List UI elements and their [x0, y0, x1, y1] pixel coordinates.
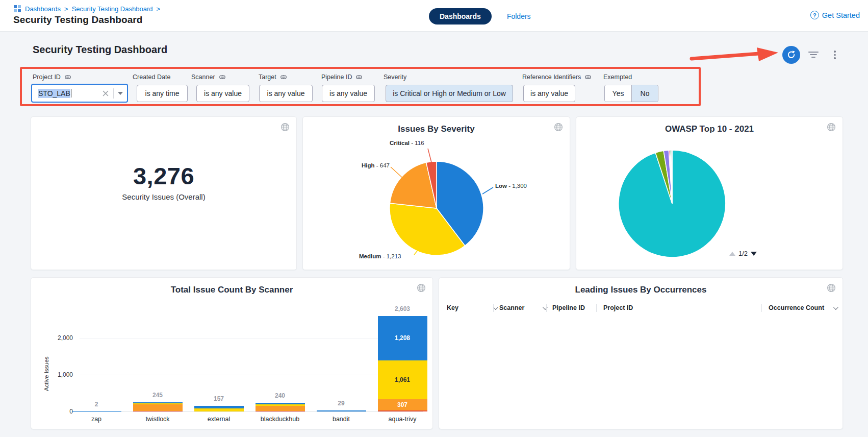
bar-segment-bandit[interactable] [317, 410, 366, 411]
bar-segment-blackduckhub[interactable] [256, 403, 305, 404]
get-started-link[interactable]: ? Get Started [810, 11, 860, 19]
owasp-pagination: 1/2 [729, 250, 757, 257]
bar-segment-twistlock[interactable] [133, 403, 183, 404]
tab-folders[interactable]: Folders [507, 12, 531, 20]
filter-chip-target[interactable]: is any value [259, 85, 313, 102]
column-separator [493, 304, 494, 312]
exempted-yes-option[interactable]: Yes [605, 85, 631, 102]
bar-segment-blackduckhub[interactable] [256, 411, 305, 411]
bar-total-label: 245 [133, 392, 182, 399]
pie-label-critical: Critical - 116 [390, 140, 424, 146]
bar-segment-twistlock[interactable] [133, 404, 183, 411]
filter-label-target: Target [259, 74, 288, 81]
dashboard-heading: Security Testing Dashboard [33, 44, 167, 56]
breadcrumb-dashboards[interactable]: Dashboards [25, 5, 61, 13]
filter-chip-created-date[interactable]: is any time [137, 85, 188, 102]
breadcrumb-separator: > [64, 5, 68, 13]
column-header-key[interactable]: Key [447, 304, 497, 311]
filter-chip-reference-identifiers[interactable]: is any value [523, 85, 575, 102]
dashboards-grid-icon [14, 5, 21, 13]
chart-title-leading-issues: Leading Issues By Occurrences [439, 285, 843, 295]
bar-segment-aqua-trivy[interactable]: 1,208 [378, 316, 427, 360]
pie-leader-line [391, 167, 403, 178]
card-owasp-top-10: OWASP Top 10 - 2021 1/2 [576, 116, 843, 270]
column-header-occurrence-count[interactable]: Occurrence Count [769, 304, 837, 311]
bar-segment-aqua-trivy[interactable] [378, 410, 427, 411]
pie-label-high: High - 647 [335, 162, 390, 168]
link-icon [218, 74, 226, 81]
view-tabs: Dashboards Folders [429, 8, 531, 25]
owasp-pie-chart [576, 117, 844, 271]
bar-segment-external[interactable] [194, 406, 244, 408]
page-title: Security Testing Dashboard [13, 14, 143, 26]
overall-issues-count: 3,276 [31, 162, 296, 190]
app-window: Dashboards > Security Testing Dashboard … [0, 0, 868, 437]
bar-total-label: 157 [194, 395, 243, 402]
bar-segment-twistlock[interactable] [133, 402, 183, 403]
card-issues-by-severity: Issues By Severity Critical - 116 High -… [302, 116, 570, 270]
help-icon: ? [810, 11, 819, 19]
bar-segment-aqua-trivy[interactable]: 307 [378, 399, 427, 410]
kebab-menu-icon[interactable] [831, 51, 838, 61]
overall-issues-label: Security Issues (Overall) [31, 192, 296, 201]
x-category-label: external [188, 416, 249, 423]
dropdown-caret-icon[interactable] [118, 92, 123, 95]
link-icon [584, 74, 592, 81]
sort-chevron-icon [493, 305, 498, 310]
pie-leader-line [482, 187, 493, 194]
filter-label-exempted: Exempted [603, 74, 632, 81]
page-up-icon[interactable] [729, 252, 735, 256]
pie-leader-line [428, 149, 431, 162]
severity-pie-chart [303, 117, 571, 271]
filter-label-project-id: Project ID [33, 74, 72, 81]
bar-total-label: 29 [317, 400, 366, 407]
column-header-scanner[interactable]: Scanner [499, 304, 546, 311]
breadcrumb-separator: > [156, 5, 160, 13]
filter-chip-pipeline-id[interactable]: is any value [322, 85, 375, 102]
filter-label-reference-identifiers: Reference Identifiers [522, 74, 592, 81]
column-separator [546, 304, 547, 312]
text-cursor [71, 89, 72, 98]
exempted-no-option[interactable]: No [631, 85, 658, 102]
x-category-label: blackduckhub [249, 416, 311, 423]
divider [113, 88, 114, 99]
bar-segment-blackduckhub[interactable] [256, 406, 305, 411]
breadcrumb-current[interactable]: Security Testing Dashboard [72, 5, 153, 13]
scanner-bar-chart: 2,0001,00002zap245twistlock157external24… [31, 278, 433, 430]
bar-segment-blackduckhub[interactable] [256, 404, 305, 406]
page-down-icon[interactable] [751, 252, 757, 256]
exempted-toggle: Yes No [604, 85, 658, 102]
gridline [80, 338, 423, 338]
x-category-label: zap [66, 416, 127, 423]
card-security-issues-overall: 3,276 Security Issues (Overall) [31, 116, 297, 270]
filter-label-scanner: Scanner [191, 74, 226, 81]
link-icon [355, 74, 363, 81]
pie-label-medium: Medium - 1,213 [359, 253, 401, 259]
x-category-label: twistlock [127, 416, 188, 423]
filter-icon[interactable] [808, 52, 819, 59]
breadcrumb: Dashboards > Security Testing Dashboard … [14, 5, 160, 13]
bar-total-label: 240 [256, 392, 304, 399]
y-tick-label: 0 [37, 408, 73, 415]
annotation-arrow [688, 46, 781, 63]
tab-dashboards[interactable]: Dashboards [429, 8, 492, 25]
filter-label-pipeline-id: Pipeline ID [321, 74, 363, 81]
pie-label-low: Low - 1,300 [495, 183, 527, 189]
y-tick-label: 2,000 [37, 334, 73, 342]
column-header-pipeline-id[interactable]: Pipeline ID [552, 304, 585, 311]
bar-segment-external[interactable] [194, 408, 244, 411]
project-id-input[interactable]: STO_LAB [31, 84, 128, 103]
x-category-label: bandit [311, 416, 372, 423]
clear-icon[interactable] [102, 90, 109, 97]
filter-label-created-date: Created Date [133, 74, 170, 81]
link-icon [279, 74, 288, 81]
bar-segment-twistlock[interactable] [133, 411, 183, 411]
column-header-project-id[interactable]: Project ID [603, 304, 633, 311]
x-category-label: aqua-trivy [372, 416, 433, 423]
refresh-button[interactable] [782, 46, 800, 64]
filter-chip-severity[interactable]: is Critical or High or Medium or Low [386, 85, 513, 102]
page-indicator: 1/2 [738, 250, 748, 257]
sort-chevron-icon [833, 305, 838, 310]
bar-segment-aqua-trivy[interactable]: 1,061 [378, 360, 427, 399]
filter-chip-scanner[interactable]: is any value [196, 85, 249, 102]
